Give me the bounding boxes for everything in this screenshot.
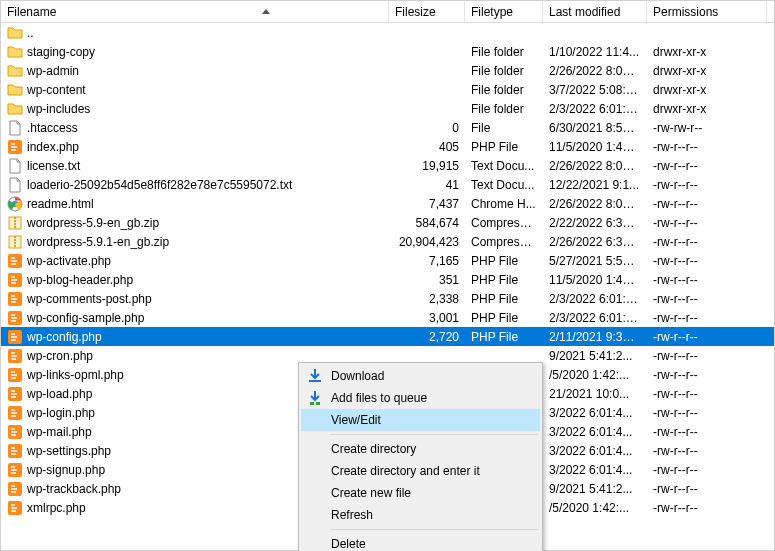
cell-filesize: 2,720 xyxy=(389,330,465,344)
cell-modified: 9/2021 5:41:2... xyxy=(543,482,647,496)
header-filesize[interactable]: Filesize xyxy=(389,1,465,22)
header-permissions[interactable]: Permissions xyxy=(647,1,767,22)
menu-label: Create directory and enter it xyxy=(331,464,480,478)
filename-label: wp-activate.php xyxy=(27,254,111,268)
filename-label: .htaccess xyxy=(27,121,78,135)
filename-label: wp-signup.php xyxy=(27,463,105,477)
cell-permissions: -rw-r--r-- xyxy=(647,254,767,268)
header-label: Filename xyxy=(7,5,56,19)
cell-filesize: 20,904,423 xyxy=(389,235,465,249)
header-filetype[interactable]: Filetype xyxy=(465,1,543,22)
file-row[interactable]: wp-config-sample.php3,001PHP File2/3/202… xyxy=(1,308,774,327)
file-row[interactable]: wp-includesFile folder2/3/2022 6:01:4...… xyxy=(1,99,774,118)
file-row[interactable]: wp-config.php2,720PHP File2/11/2021 9:32… xyxy=(1,327,774,346)
cell-filetype: PHP File xyxy=(465,292,543,306)
filename-label: readme.html xyxy=(27,197,94,211)
file-row[interactable]: wp-blog-header.php351PHP File11/5/2020 1… xyxy=(1,270,774,289)
header-last-modified[interactable]: Last modified xyxy=(543,1,647,22)
cell-modified: 9/2021 5:41:2... xyxy=(543,349,647,363)
cell-permissions: -rw-r--r-- xyxy=(647,330,767,344)
cell-modified: /5/2020 1:42:... xyxy=(543,501,647,515)
cell-filesize: 19,915 xyxy=(389,159,465,173)
menu-label: Delete xyxy=(331,537,366,551)
cell-modified: 21/2021 10:0... xyxy=(543,387,647,401)
cell-filesize: 405 xyxy=(389,140,465,154)
cell-modified: 11/5/2020 1:42:... xyxy=(543,273,647,287)
file-row[interactable]: wp-contentFile folder3/7/2022 5:08:4...d… xyxy=(1,80,774,99)
menu-download[interactable]: Download xyxy=(301,365,540,387)
cell-permissions: drwxr-xr-x xyxy=(647,102,767,116)
cell-filetype: Chrome H... xyxy=(465,197,543,211)
file-row[interactable]: wordpress-5.9.1-en_gb.zip20,904,423Compr… xyxy=(1,232,774,251)
cell-filetype: File folder xyxy=(465,64,543,78)
file-row[interactable]: wp-activate.php7,165PHP File5/27/2021 5:… xyxy=(1,251,774,270)
add-to-queue-icon xyxy=(307,390,323,406)
cell-filetype: Compresse... xyxy=(465,235,543,249)
menu-refresh[interactable]: Refresh xyxy=(301,504,540,526)
file-row[interactable]: wordpress-5.9-en_gb.zip584,674Compresse.… xyxy=(1,213,774,232)
cell-filesize: 3,001 xyxy=(389,311,465,325)
file-row[interactable]: license.txt19,915Text Docu...2/26/2022 8… xyxy=(1,156,774,175)
cell-permissions: -rw-r--r-- xyxy=(647,140,767,154)
cell-filetype: PHP File xyxy=(465,254,543,268)
cell-permissions: -rw-r--r-- xyxy=(647,235,767,249)
php-icon xyxy=(7,348,23,364)
cell-modified: /5/2020 1:42:... xyxy=(543,368,647,382)
cell-permissions: -rw-r--r-- xyxy=(647,444,767,458)
php-icon xyxy=(7,367,23,383)
menu-separator xyxy=(331,529,538,530)
file-row[interactable]: loaderio-25092b54d5e8ff6f282e78e7c559507… xyxy=(1,175,774,194)
cell-modified: 1/10/2022 11:4... xyxy=(543,45,647,59)
cell-permissions: drwxr-xr-x xyxy=(647,45,767,59)
cell-filesize: 351 xyxy=(389,273,465,287)
cell-modified: 2/26/2022 8:04:... xyxy=(543,197,647,211)
menu-delete[interactable]: Delete xyxy=(301,533,540,551)
menu-create-directory-enter[interactable]: Create directory and enter it xyxy=(301,460,540,482)
cell-filename: wp-activate.php xyxy=(1,253,389,269)
file-row[interactable]: .htaccess0File6/30/2021 8:57:...-rw-rw-r… xyxy=(1,118,774,137)
cell-filetype: Text Docu... xyxy=(465,178,543,192)
header-label: Filetype xyxy=(471,5,513,19)
php-icon xyxy=(7,291,23,307)
file-row[interactable]: staging-copyFile folder1/10/2022 11:4...… xyxy=(1,42,774,61)
filename-label: index.php xyxy=(27,140,79,154)
menu-create-directory[interactable]: Create directory xyxy=(301,438,540,460)
cell-filetype: File xyxy=(465,121,543,135)
cell-permissions: -rw-r--r-- xyxy=(647,463,767,477)
cell-filetype: File folder xyxy=(465,45,543,59)
menu-view-edit[interactable]: View/Edit xyxy=(301,409,540,431)
php-icon xyxy=(7,481,23,497)
cell-filesize: 2,338 xyxy=(389,292,465,306)
cell-modified: 2/3/2022 6:01:3... xyxy=(543,311,647,325)
file-row[interactable]: index.php405PHP File11/5/2020 1:42:...-r… xyxy=(1,137,774,156)
file-row[interactable]: wp-adminFile folder2/26/2022 8:04:...drw… xyxy=(1,61,774,80)
menu-add-to-queue[interactable]: Add files to queue xyxy=(301,387,540,409)
file-row[interactable]: wp-comments-post.php2,338PHP File2/3/202… xyxy=(1,289,774,308)
zip-icon xyxy=(7,234,23,250)
cell-modified: 3/2022 6:01:4... xyxy=(543,463,647,477)
context-menu: Download Add files to queue View/Edit Cr… xyxy=(298,362,543,551)
cell-filename: wp-config-sample.php xyxy=(1,310,389,326)
cell-permissions: -rw-r--r-- xyxy=(647,197,767,211)
cell-permissions: -rw-r--r-- xyxy=(647,159,767,173)
php-icon xyxy=(7,386,23,402)
php-icon xyxy=(7,310,23,326)
cell-filesize: 41 xyxy=(389,178,465,192)
sort-ascending-icon xyxy=(262,9,270,14)
filename-label: wp-load.php xyxy=(27,387,92,401)
cell-permissions: -rw-r--r-- xyxy=(647,349,767,363)
file-icon xyxy=(7,120,23,136)
filename-label: wp-trackback.php xyxy=(27,482,121,496)
cell-modified: 3/7/2022 5:08:4... xyxy=(543,83,647,97)
cell-modified: 12/22/2021 9:1... xyxy=(543,178,647,192)
cell-modified: 11/5/2020 1:42:... xyxy=(543,140,647,154)
filename-label: wp-config.php xyxy=(27,330,102,344)
filename-label: wp-comments-post.php xyxy=(27,292,152,306)
menu-create-new-file[interactable]: Create new file xyxy=(301,482,540,504)
file-icon xyxy=(7,158,23,174)
php-icon xyxy=(7,405,23,421)
file-row[interactable]: .. xyxy=(1,23,774,42)
cell-permissions: -rw-r--r-- xyxy=(647,292,767,306)
header-filename[interactable]: Filename xyxy=(1,1,389,22)
file-row[interactable]: readme.html7,437Chrome H...2/26/2022 8:0… xyxy=(1,194,774,213)
